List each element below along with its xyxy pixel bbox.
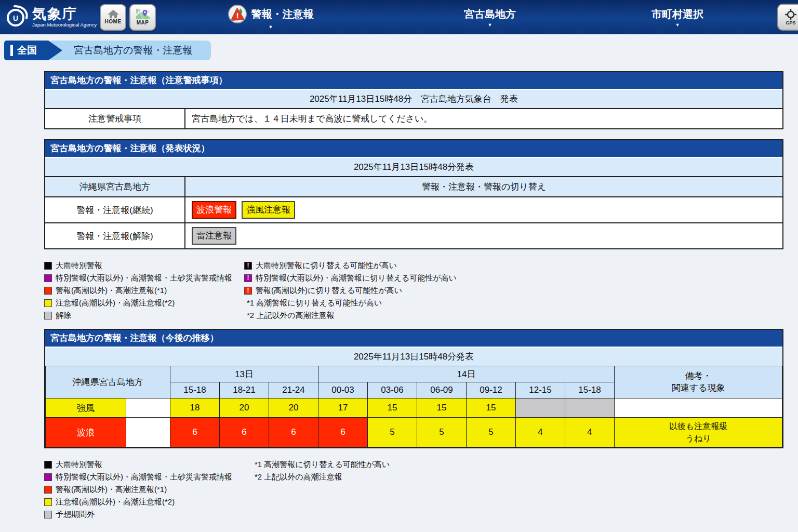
advisory-badge-kyofu[interactable]: 強風注意報 (242, 201, 295, 219)
time-header: 12-15 (516, 382, 565, 398)
forecast-cell: 5 (368, 418, 417, 447)
forecast-cell: 5 (417, 418, 467, 447)
legend-item: 大雨特別警報 (44, 458, 252, 471)
warning-swatch (44, 287, 52, 295)
out-of-range-swatch (44, 511, 52, 518)
forecast-cell: 20 (269, 398, 318, 418)
home-icon (108, 10, 119, 18)
blank-cell (126, 398, 170, 418)
issued-timestamp: 2025年11月13日15時48分発表 (45, 158, 782, 176)
legend-item: 注意報(高潮以外)・高潮注意報(*2) (44, 496, 252, 508)
forecast-cell: 6 (318, 418, 368, 447)
forecast-cell: 20 (220, 398, 269, 418)
breadcrumb: 全国 宮古島地方の警報・注意報 (4, 41, 798, 60)
chevron-down-icon: ▼ (269, 24, 273, 30)
advisory-swatch (44, 498, 52, 506)
forecast-cell: 5 (467, 418, 516, 447)
panel-title: 宮古島地方の警報・注意報（今後の推移） (45, 330, 782, 348)
chevron-down-icon: ▼ (675, 22, 680, 28)
chevron-down-icon: ▼ (488, 22, 493, 28)
region-label: 沖縄県宮古島地方 (45, 177, 185, 196)
legend-note: *2 上記以外の高潮注意報 (244, 309, 457, 322)
forecast-row-strong-wind: 強風 18 20 20 17 15 15 15 (46, 398, 782, 418)
forecast-cell: 18 (170, 398, 220, 418)
time-header: 18-21 (220, 382, 269, 398)
forecast-cell: 4 (516, 418, 565, 447)
legend-item: 注意報(高潮以外)・高潮注意報(*2) (44, 297, 244, 309)
region-note: 警報・注意報・警報の切り替え (185, 177, 782, 196)
time-header: 15-18 (565, 382, 615, 398)
warning-swatch (44, 486, 52, 494)
advisory-swatch (44, 299, 52, 307)
issued-status-panel: 宮古島地方の警報・注意報（発表状況） 2025年11月13日15時48分発表 沖… (44, 139, 783, 249)
time-header: 15-18 (170, 382, 220, 398)
legend-note: *1 高潮警報に切り替える可能性が高い (252, 458, 390, 471)
forecast-cell: 15 (368, 398, 417, 418)
row-label: 注意警戒事項 (45, 109, 185, 128)
breadcrumb-marker (10, 45, 13, 56)
time-header: 06-09 (417, 382, 467, 398)
breadcrumb-current-label: 宮古島地方の警報・注意報 (74, 44, 192, 57)
forecast-cell: 17 (318, 398, 368, 418)
forecast-row-waves: 波浪 6 6 6 6 5 5 5 4 4 以後も注意報級 うねり (46, 418, 782, 447)
blank-cell (126, 418, 170, 447)
legend-note: *2 上記以外の高潮注意報 (252, 471, 390, 483)
special-rain-swatch (44, 262, 52, 270)
issued-timestamp: 2025年11月13日15時48分発表 (45, 348, 782, 366)
forecast-cell: 15 (467, 398, 516, 418)
nav-item-warnings[interactable]: ! 警報・注意報 ▼ (147, 0, 395, 34)
top-navbar: U 気象庁 Japan Meteorological Agency HOME M… (0, 0, 798, 34)
main-content: 宮古島地方の警報・注意報（注意警戒事項） 2025年11月13日15時48分 宮… (0, 60, 798, 532)
phenomenon-label: 強風 (46, 398, 126, 418)
nav-item-municipality-select[interactable]: 市町村選択 ▼ (585, 0, 770, 34)
nav-label-municipality: 市町村選択 (651, 7, 703, 21)
forecast-cell: 4 (565, 418, 615, 447)
legend-item: 大雨特別警報 (44, 259, 244, 272)
legend-item: ! 特別警報(大雨以外)・高潮警報に切り替える可能性が高い (244, 272, 457, 284)
jma-logo-icon: U (4, 5, 29, 30)
cancelled-badge-kaminari[interactable]: 雷注意報 (192, 227, 236, 245)
agency-subtitle: Japan Meteorological Agency (32, 22, 97, 28)
gps-target-icon (785, 9, 796, 20)
remark-cell: 以後も注意報級 うねり (615, 418, 782, 447)
forecast-region-header: 沖縄県宮古島地方 (46, 366, 170, 398)
agency-name: 気象庁 (32, 7, 97, 21)
legend-item: ! 大雨特別警報に切り替える可能性が高い (244, 259, 457, 272)
nav-item-region[interactable]: 宮古島地方 ▼ (395, 0, 585, 34)
forecast-cell: 15 (417, 398, 467, 418)
legend-item: 警報(高潮以外)・高潮注意報(*1) (44, 284, 244, 297)
cancel-swatch (44, 312, 52, 320)
nav-label-region: 宮古島地方 (464, 7, 516, 21)
gps-button[interactable]: GPS (777, 4, 798, 31)
forecast-cell: 6 (269, 418, 318, 447)
issued-timestamp: 2025年11月13日15時48分 宮古島地方気象台 発表 (45, 90, 782, 108)
forecast-cell: 6 (170, 418, 220, 447)
svg-text:U: U (13, 14, 18, 22)
time-header: 03-06 (368, 382, 417, 398)
nav-label-warnings: 警報・注意報 (251, 7, 314, 21)
home-button[interactable]: HOME (100, 4, 126, 31)
remark-cell (615, 398, 782, 418)
warning-badge-harou[interactable]: 波浪警報 (192, 201, 236, 219)
forecast-cell (516, 398, 565, 418)
advisory-items-panel: 宮古島地方の警報・注意報（注意警戒事項） 2025年11月13日15時48分 宮… (44, 71, 783, 129)
forecast-cell: 6 (220, 418, 269, 447)
time-header: 21-24 (269, 382, 318, 398)
legend-note: *1 高潮警報に切り替える可能性が高い (244, 297, 457, 309)
panel-title: 宮古島地方の警報・注意報（注意警戒事項） (45, 72, 782, 90)
legend-item: 特別警報(大雨以外)・高潮警報・土砂災害警戒情報 (44, 272, 244, 284)
jma-brand[interactable]: U 気象庁 Japan Meteorological Agency HOME M… (0, 0, 147, 34)
switch-special-other-swatch: ! (244, 274, 252, 282)
legend-item: 警報(高潮以外)・高潮注意報(*1) (44, 483, 252, 496)
legend-item: 解除 (44, 309, 244, 322)
time-header: 00-03 (318, 382, 368, 398)
forecast-cell (565, 398, 615, 418)
home-label: HOME (105, 19, 122, 24)
advisory-text: 宮古島地方では、１４日未明まで高波に警戒してください。 (185, 109, 782, 128)
continue-row-label: 警報・注意報(継続) (45, 197, 185, 222)
cancel-row-label: 警報・注意報(解除) (45, 223, 185, 248)
special-rain-swatch (44, 461, 52, 469)
legend-item: 予想期間外 (44, 508, 252, 521)
switch-special-rain-swatch: ! (244, 262, 252, 270)
forecast-legend: 大雨特別警報 特別警報(大雨以外)・高潮警報・土砂災害警戒情報 警報(高潮以外)… (44, 458, 783, 521)
